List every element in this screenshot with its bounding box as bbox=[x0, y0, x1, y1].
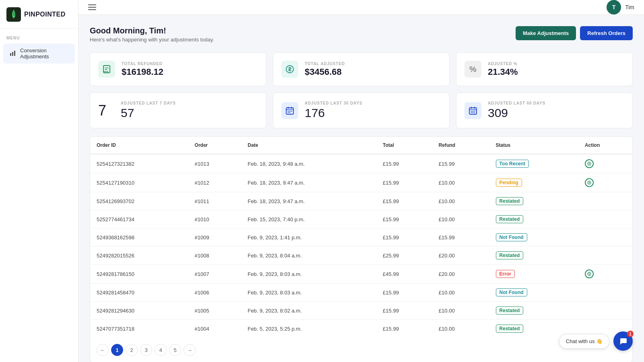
pagination-page-1[interactable]: 1 bbox=[111, 344, 123, 356]
cell-refund: £10.00 bbox=[432, 284, 489, 302]
cell-total: £15.99 bbox=[376, 302, 432, 320]
pagination-page-3[interactable]: 3 bbox=[140, 344, 152, 356]
pagination: ← 1 2 3 4 5 → bbox=[90, 337, 632, 362]
cell-date: Feb. 9, 2023, 8:03 a.m. bbox=[241, 265, 376, 284]
pagination-page-5[interactable]: 5 bbox=[169, 344, 181, 356]
logo-wrap: PINPOINTED bbox=[6, 7, 72, 22]
col-action: Action bbox=[578, 137, 632, 154]
cell-total: £15.99 bbox=[376, 284, 432, 302]
stat-label-30d: ADJUSTED LAST 30 DAYS bbox=[305, 101, 362, 105]
cell-status: Error bbox=[489, 265, 578, 284]
percent-icon-wrap: % bbox=[464, 61, 481, 78]
greeting-title: Good Morning, Tim! bbox=[90, 26, 214, 35]
cell-action bbox=[578, 228, 632, 247]
stat-card-total-refunded: TOTAL REFUNDED $16198.12 bbox=[90, 52, 266, 86]
svg-rect-3 bbox=[14, 51, 15, 56]
greeting-sub: Here's what's happening with your adjust… bbox=[90, 37, 214, 43]
make-adjustments-button[interactable]: Make Adjustments bbox=[516, 26, 576, 40]
hamburger-menu[interactable] bbox=[88, 4, 96, 10]
logo-text: PINPOINTED bbox=[24, 11, 66, 18]
cell-action bbox=[578, 265, 632, 284]
logo-area: PINPOINTED bbox=[0, 0, 78, 29]
stat-value-refunded: $16198.12 bbox=[122, 67, 163, 77]
orders-table-wrap: Order ID Order Date Total Refund Status … bbox=[90, 136, 633, 362]
topbar: T Tim bbox=[78, 0, 644, 15]
receipt-icon bbox=[102, 65, 111, 74]
money-icon-wrap bbox=[281, 61, 298, 78]
table-row: 5254127190310 #1012 Feb. 18, 2023, 9:47 … bbox=[90, 173, 632, 192]
cell-total: £15.99 bbox=[376, 210, 432, 228]
cell-date: Feb. 18, 2023, 9:47 a.m. bbox=[241, 173, 376, 192]
cell-refund: £10.00 bbox=[432, 173, 489, 192]
avatar: T bbox=[607, 0, 621, 14]
stat-info-7d: ADJUSTED LAST 7 DAYS 57 bbox=[121, 101, 176, 120]
cell-refund: £10.00 bbox=[432, 210, 489, 228]
cell-date: Feb. 15, 2023, 7:40 p.m. bbox=[241, 210, 376, 228]
receipt-icon-wrap bbox=[98, 61, 115, 78]
action-icon[interactable] bbox=[585, 159, 594, 168]
pagination-prev[interactable]: ← bbox=[97, 344, 109, 356]
pagination-page-4[interactable]: 4 bbox=[155, 344, 167, 356]
stat-label-60d: ADJUSTED LAST 60 DAYS bbox=[488, 101, 545, 105]
table-row: 5249281786150 #1007 Feb. 9, 2023, 8:03 a… bbox=[90, 265, 632, 284]
chart-icon bbox=[10, 50, 16, 58]
cell-total: £25.99 bbox=[376, 247, 432, 265]
col-order-id: Order ID bbox=[90, 137, 188, 154]
stat-card-adjusted-pct: % ADJUSTED % 21.34% bbox=[456, 52, 633, 86]
table-row: 5249281294630 #1005 Feb. 9, 2023, 8:02 a… bbox=[90, 302, 632, 320]
cell-status: Not Found bbox=[489, 228, 578, 247]
action-icon[interactable] bbox=[585, 269, 594, 278]
cell-order-id: 5249281458470 bbox=[90, 284, 188, 302]
cell-order: #1007 bbox=[188, 265, 242, 284]
cell-refund: £15.99 bbox=[432, 154, 489, 173]
cell-date: Feb. 5, 2023, 5:25 p.m. bbox=[241, 320, 376, 338]
stat-value-adjusted: $3456.68 bbox=[305, 67, 345, 77]
cell-total: £15.99 bbox=[376, 154, 432, 173]
col-order: Order bbox=[188, 137, 242, 154]
cell-date: Feb. 9, 2023, 8:02 a.m. bbox=[241, 302, 376, 320]
chat-icon bbox=[619, 337, 627, 346]
chat-button[interactable]: 1 bbox=[613, 331, 633, 351]
chat-badge: 1 bbox=[627, 331, 634, 337]
cell-order: #1013 bbox=[188, 154, 242, 173]
cell-order-id: 5254127321382 bbox=[90, 154, 188, 173]
status-badge: Not Found bbox=[496, 288, 527, 296]
table-row: 5249281458470 #1006 Feb. 9, 2023, 8:03 a… bbox=[90, 284, 632, 302]
header-actions: Make Adjustments Refresh Orders bbox=[516, 26, 633, 40]
stat-label-pct: ADJUSTED % bbox=[488, 62, 518, 66]
main-content: T Tim Good Morning, Tim! Here's what's h… bbox=[78, 0, 644, 362]
cell-status: Pending bbox=[489, 173, 578, 192]
greeting-block: Good Morning, Tim! Here's what's happeni… bbox=[90, 26, 214, 43]
cell-order-id: 5254126993702 bbox=[90, 192, 188, 210]
cell-refund: £15.99 bbox=[432, 228, 489, 247]
pagination-next[interactable]: → bbox=[184, 344, 196, 356]
cell-order-id: 5254127190310 bbox=[90, 173, 188, 192]
action-icon[interactable] bbox=[585, 178, 594, 187]
status-badge: Restated bbox=[496, 306, 524, 315]
cell-refund: £10.00 bbox=[432, 320, 489, 338]
table-row: 5254127321382 #1013 Feb. 18, 2023, 9:48 … bbox=[90, 154, 632, 173]
percent-icon: % bbox=[469, 65, 477, 74]
cell-action bbox=[578, 284, 632, 302]
table-row: 5252774461734 #1010 Feb. 15, 2023, 7:40 … bbox=[90, 210, 632, 228]
calendar-30d-icon bbox=[285, 106, 294, 115]
stat-label-adjusted: TOTAL ADJUSTED bbox=[305, 62, 345, 66]
svg-rect-6 bbox=[286, 108, 293, 114]
status-badge: Too Recent bbox=[496, 160, 529, 168]
cell-status: Restated bbox=[489, 247, 578, 265]
cell-date: Feb. 18, 2023, 9:48 a.m. bbox=[241, 154, 376, 173]
col-date: Date bbox=[241, 137, 376, 154]
calendar-60d-icon-wrap bbox=[464, 102, 481, 119]
status-badge: Error bbox=[496, 270, 515, 278]
content-area: Good Morning, Tim! Here's what's happeni… bbox=[78, 15, 644, 362]
cell-order: #1004 bbox=[188, 320, 242, 338]
cell-action bbox=[578, 210, 632, 228]
cell-action bbox=[578, 154, 632, 173]
refresh-orders-button[interactable]: Refresh Orders bbox=[580, 26, 633, 40]
stat-label-refunded: TOTAL REFUNDED bbox=[122, 62, 163, 66]
sidebar-item-conversion-adjustments[interactable]: Conversion Adjustments bbox=[3, 43, 75, 64]
status-badge: Pending bbox=[496, 179, 522, 187]
pagination-page-2[interactable]: 2 bbox=[126, 344, 138, 356]
cell-action bbox=[578, 173, 632, 192]
svg-rect-2 bbox=[12, 52, 13, 56]
